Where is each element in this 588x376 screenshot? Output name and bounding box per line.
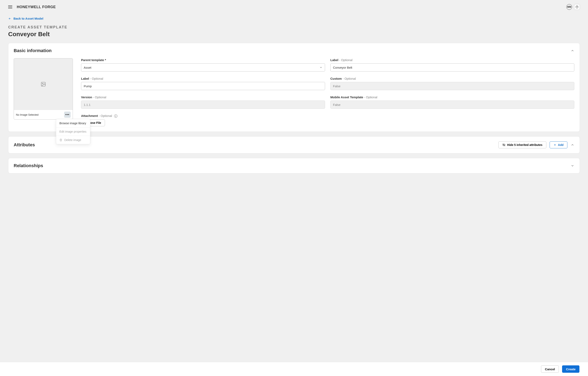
- image-placeholder-icon: [41, 82, 46, 87]
- attributes-card: Attributes Hide 5 inherited attributes A…: [8, 136, 580, 154]
- trash-icon: [59, 139, 62, 141]
- label-left-value: Pump: [84, 84, 92, 88]
- basic-info-card: Basic information No Image Selected ••: [8, 43, 580, 132]
- collapse-attributes[interactable]: [571, 143, 574, 147]
- label-left-input[interactable]: Pump: [81, 82, 325, 90]
- hide-inherited-label: Hide 5 inherited attributes: [507, 143, 543, 146]
- page-title: Conveyor Belt: [8, 31, 580, 38]
- version-input: 1.1.1: [81, 100, 325, 109]
- relationships-card: Relationships: [8, 158, 580, 174]
- label-left-label: Label - Optional: [81, 77, 325, 80]
- chevron-up-icon: [571, 49, 574, 53]
- dots-icon: •••: [65, 113, 69, 116]
- arrow-left-icon: [8, 17, 11, 20]
- parent-template-label: Parent template*: [81, 58, 325, 62]
- basic-info-title: Basic information: [14, 48, 52, 53]
- collapse-basic-info[interactable]: [571, 49, 574, 53]
- parent-template-select[interactable]: Asset: [81, 63, 325, 72]
- version-label: Version - Optional: [81, 95, 325, 99]
- page-eyebrow: CREATE ASSET TEMPLATE: [8, 25, 580, 29]
- image-placeholder-label: No Image Selected: [16, 113, 39, 116]
- back-link[interactable]: Back to Asset Model: [8, 14, 43, 25]
- mobile-template-label: Mobile Asset Template - Optional: [330, 95, 574, 99]
- hide-inherited-button[interactable]: Hide 5 inherited attributes: [498, 141, 546, 148]
- image-context-menu: Browse image library Edit image properti…: [56, 119, 90, 144]
- relationships-title: Relationships: [14, 163, 43, 168]
- menu-edit-image-properties: Edit image properties: [56, 127, 90, 136]
- parent-template-value: Asset: [84, 66, 92, 69]
- svg-point-3: [42, 83, 43, 84]
- version-value: 1.1.1: [84, 103, 90, 106]
- attachment-label: Attachment - Optional i: [81, 114, 325, 118]
- user-avatar[interactable]: MM: [566, 4, 572, 10]
- chevron-down-icon: [571, 164, 574, 167]
- help-button[interactable]: [574, 4, 580, 10]
- menu-toggle[interactable]: [8, 6, 12, 8]
- attributes-title: Attributes: [14, 142, 35, 147]
- brand-logo: HONEYWELL FORGE: [17, 5, 56, 9]
- custom-input: False: [330, 82, 574, 90]
- label-right-label: Label - Optional: [330, 58, 574, 62]
- label-right-value: Conveyor Belt: [333, 66, 352, 69]
- menu-delete-image-label: Delete image: [64, 138, 81, 142]
- chevron-up-icon: [571, 143, 574, 147]
- chevron-down-icon: [320, 66, 322, 69]
- image-upload-well: No Image Selected •••: [14, 58, 73, 120]
- svg-point-1: [577, 8, 577, 8]
- help-icon: [576, 6, 578, 8]
- mobile-template-value: False: [333, 103, 341, 106]
- eye-off-icon: [502, 143, 505, 146]
- add-attribute-button[interactable]: Add: [550, 141, 567, 148]
- image-menu-button[interactable]: •••: [64, 111, 71, 118]
- back-link-label: Back to Asset Model: [13, 17, 43, 20]
- add-attribute-label: Add: [558, 143, 564, 146]
- label-right-input[interactable]: Conveyor Belt: [330, 63, 574, 72]
- plus-icon: [554, 144, 556, 146]
- expand-relationships[interactable]: [571, 164, 574, 167]
- mobile-template-input: False: [330, 100, 574, 109]
- custom-value: False: [333, 84, 341, 88]
- custom-label: Custom - Optional: [330, 77, 574, 80]
- info-icon[interactable]: i: [114, 114, 117, 118]
- menu-browse-image-library[interactable]: Browse image library: [56, 119, 90, 127]
- menu-delete-image: Delete image: [56, 136, 90, 144]
